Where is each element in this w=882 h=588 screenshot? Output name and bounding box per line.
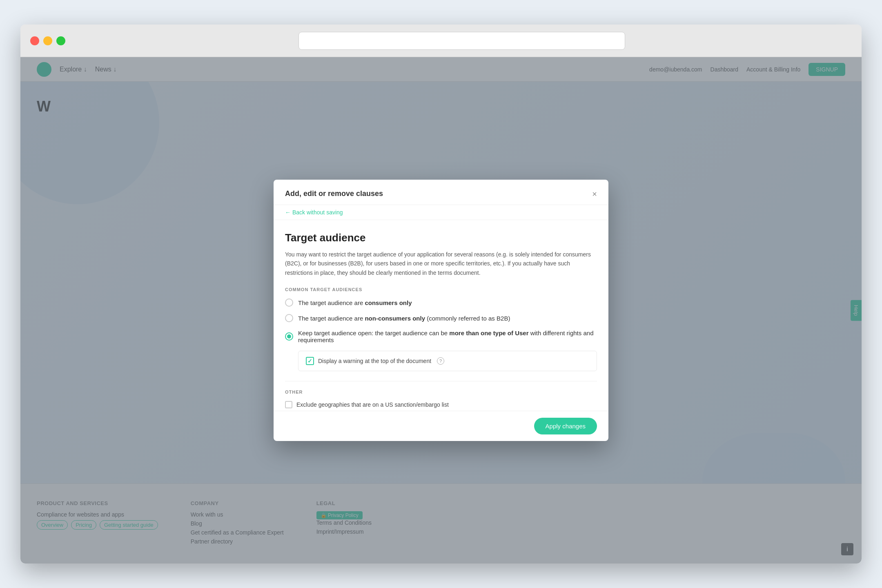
geo-exclusion-checkbox[interactable] <box>285 401 292 408</box>
radio-group-audiences: The target audience are consumers only T… <box>285 298 597 371</box>
radio-label-non-consumers-bold: non-consumers only <box>365 315 425 322</box>
traffic-lights <box>30 36 65 45</box>
other-label: OTHER <box>285 390 597 394</box>
modal-description: You may want to restrict the target audi… <box>285 250 597 277</box>
other-checkbox-row[interactable]: Exclude geographies that are on a US san… <box>285 401 597 408</box>
modal-footer: Apply changes <box>274 411 608 441</box>
warning-checkbox-label: Display a warning at the top of the docu… <box>318 358 431 364</box>
radio-label-non-consumers: The target audience are non-consumers on… <box>298 315 510 322</box>
radio-label-non-consumers-suffix: (commonly referred to as B2B) <box>425 315 510 322</box>
radio-circle-consumers <box>285 298 293 307</box>
nested-warning-option: Display a warning at the top of the docu… <box>298 351 597 371</box>
modal-back-link[interactable]: ← Back without saving <box>274 205 608 220</box>
radio-option-open[interactable]: Keep target audience open: the target au… <box>285 330 597 343</box>
radio-label-consumers-prefix: The target audience are <box>298 299 365 306</box>
radio-option-consumers[interactable]: The target audience are consumers only <box>285 298 597 307</box>
modal-body: Target audience You may want to restrict… <box>274 220 608 411</box>
page-background: Explore ↓ News ↓ demo@iubenda.com Dashbo… <box>20 57 862 564</box>
common-audiences-label: COMMON TARGET AUDIENCES <box>285 287 597 292</box>
radio-option-non-consumers[interactable]: The target audience are non-consumers on… <box>285 314 597 322</box>
modal-section-title: Target audience <box>285 232 597 244</box>
address-bar[interactable] <box>298 32 625 50</box>
warning-help-icon[interactable]: ? <box>437 357 444 365</box>
modal-close-button[interactable]: × <box>592 190 597 198</box>
radio-label-consumers-bold: consumers only <box>365 299 412 306</box>
apply-changes-button[interactable]: Apply changes <box>534 418 597 434</box>
traffic-light-green[interactable] <box>56 36 65 45</box>
warning-checkbox[interactable] <box>306 357 314 365</box>
radio-label-consumers: The target audience are consumers only <box>298 299 412 306</box>
browser-window: Explore ↓ News ↓ demo@iubenda.com Dashbo… <box>20 24 862 564</box>
radio-circle-open <box>285 332 293 341</box>
radio-label-open-bold: more than one type of User <box>449 330 528 336</box>
radio-label-open-prefix: Keep target audience open: the target au… <box>298 330 449 336</box>
modal-dialog: Add, edit or remove clauses × ← Back wit… <box>274 180 608 441</box>
radio-label-non-consumers-prefix: The target audience are <box>298 315 365 322</box>
modal-title: Add, edit or remove clauses <box>285 189 383 198</box>
radio-label-open: Keep target audience open: the target au… <box>298 330 597 343</box>
browser-toolbar <box>20 24 862 57</box>
radio-circle-non-consumers <box>285 314 293 322</box>
other-section: OTHER Exclude geographies that are on a … <box>285 390 597 408</box>
modal-header: Add, edit or remove clauses × <box>274 180 608 205</box>
traffic-light-red[interactable] <box>30 36 39 45</box>
modal-overlay: Add, edit or remove clauses × ← Back wit… <box>20 57 862 564</box>
section-divider <box>285 381 597 381</box>
geo-exclusion-label: Exclude geographies that are on a US san… <box>296 401 449 408</box>
traffic-light-yellow[interactable] <box>43 36 52 45</box>
